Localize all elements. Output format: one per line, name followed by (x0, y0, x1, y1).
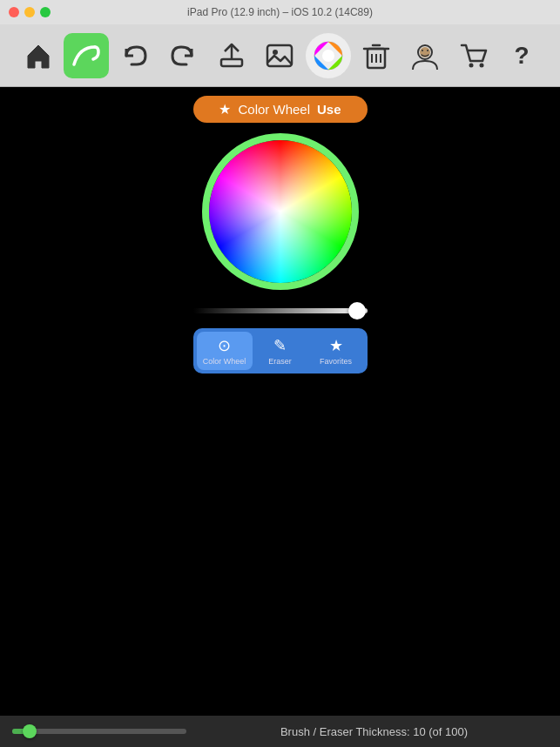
svg-rect-0 (221, 59, 242, 66)
use-button[interactable]: Use (317, 102, 341, 117)
favorites-tab-icon: ★ (329, 336, 343, 355)
thickness-slider[interactable] (12, 729, 186, 734)
image-button[interactable] (257, 33, 302, 78)
brightness-thumb[interactable] (348, 302, 366, 320)
color-wheel-tab[interactable]: ⊙ Color Wheel (197, 332, 253, 370)
home-button[interactable] (16, 33, 61, 78)
export-button[interactable] (209, 33, 254, 78)
cart-button[interactable] (451, 33, 496, 78)
help-button[interactable]: ? (499, 33, 544, 78)
favorites-tab-label: Favorites (320, 357, 352, 366)
color-wheel-tab-icon: ⊙ (218, 336, 231, 355)
favorites-tab[interactable]: ★ Favorites (308, 332, 364, 370)
status-bar: Brush / Eraser Thickness: 10 (of 100) (0, 716, 560, 747)
brightness-slider[interactable] (193, 302, 368, 320)
star-icon: ★ (219, 101, 231, 118)
undo-button[interactable] (112, 33, 158, 78)
color-wheel-tab-label: Color Wheel (203, 357, 246, 366)
thickness-thumb[interactable] (23, 724, 37, 738)
traffic-lights (9, 7, 51, 17)
trash-button[interactable] (354, 33, 399, 78)
svg-point-14 (427, 50, 428, 51)
toolbar: ? (0, 24, 560, 87)
color-picker-tabs: ⊙ Color Wheel ✎ Eraser ★ Favorites (193, 328, 368, 374)
color-wheel-popup: ★ Color Wheel Use ⊙ Color Wheel ✎ Eraser (189, 96, 372, 374)
title-bar: iPad Pro (12.9 inch) – iOS 10.2 (14C89) (0, 0, 560, 24)
window-title: iPad Pro (12.9 inch) – iOS 10.2 (14C89) (187, 6, 373, 18)
eraser-tab-label: Eraser (268, 357, 292, 366)
canvas-area[interactable]: ★ Color Wheel Use ⊙ Color Wheel ✎ Eraser (0, 87, 560, 716)
color-wheel-button[interactable] (306, 33, 351, 78)
eraser-tab-icon: ✎ (273, 336, 287, 355)
close-button[interactable] (9, 7, 19, 17)
status-text: Brush / Eraser Thickness: 10 (of 100) (200, 725, 548, 738)
brightness-track (193, 308, 368, 313)
minimize-button[interactable] (24, 7, 35, 17)
brush-button[interactable] (64, 33, 109, 78)
svg-point-15 (469, 63, 473, 67)
fullscreen-button[interactable] (40, 7, 51, 17)
redo-button[interactable] (160, 33, 206, 78)
svg-point-16 (479, 63, 483, 67)
color-wheel[interactable] (202, 133, 359, 290)
svg-rect-2 (267, 45, 292, 66)
eraser-tab[interactable]: ✎ Eraser (253, 332, 308, 370)
svg-point-3 (273, 50, 278, 55)
svg-point-13 (422, 50, 423, 51)
popup-title: Color Wheel (238, 102, 310, 117)
svg-point-5 (322, 50, 334, 62)
avatar-button[interactable] (402, 33, 448, 78)
color-wheel-white-center (209, 140, 352, 283)
popup-header[interactable]: ★ Color Wheel Use (193, 96, 368, 123)
